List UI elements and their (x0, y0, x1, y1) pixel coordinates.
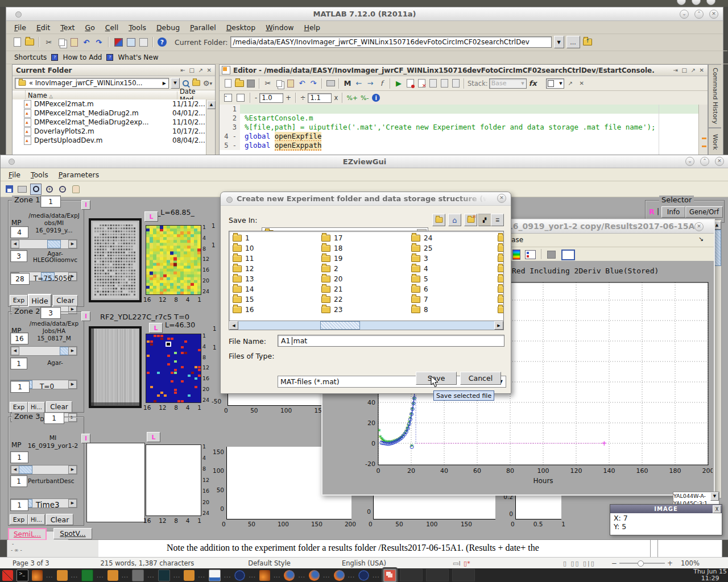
ezview-close-button[interactable]: ✕ (715, 157, 724, 166)
pan-hand-icon[interactable] (71, 184, 81, 194)
zone3-media-field[interactable]: 1 (10, 475, 27, 487)
zone2-plate-image[interactable] (89, 326, 142, 408)
matlab-menu-debug[interactable]: Debug (156, 23, 180, 32)
zone3-heatmap[interactable] (146, 444, 201, 516)
zone1-heatmap[interactable] (146, 225, 201, 295)
zone2-exp-button[interactable]: Exp (10, 402, 28, 413)
file-row[interactable]: DMPexcel2mat_MediaDrug2.m04/01/2... (13, 109, 206, 118)
stack-select[interactable]: Base▼ (489, 78, 527, 89)
folder-item-clipped[interactable] (498, 305, 504, 315)
zone1-hide-button[interactable]: Hide (28, 294, 52, 307)
folder-item[interactable]: 23 (321, 305, 407, 315)
copy-icon[interactable] (56, 37, 67, 47)
zone1-mp-slider[interactable]: ◀▶ (10, 239, 77, 249)
file-manager[interactable] (57, 570, 68, 581)
zoom-slider[interactable] (619, 563, 665, 564)
folder-item[interactable]: 12 (233, 264, 318, 274)
matlab[interactable] (32, 570, 43, 581)
folder-item[interactable]: 20 (321, 274, 407, 284)
zone2-clear-button[interactable]: Clear (46, 401, 72, 413)
dialog-close-button[interactable]: ✕ (497, 194, 506, 203)
step-icon[interactable] (450, 78, 461, 89)
figure-close-button[interactable]: ✕ (694, 222, 704, 231)
matlab-menu-file[interactable]: File (14, 23, 26, 32)
zone2-image-button[interactable]: I (81, 311, 90, 321)
overflow[interactable]: ... (147, 572, 155, 579)
code-line[interactable]: 4 -global openExpfile (220, 132, 699, 141)
writer-document[interactable]: Note the addition to the experiment fold… (98, 540, 722, 557)
folder-item-clipped[interactable] (498, 243, 504, 253)
brush-icon[interactable] (547, 251, 556, 259)
folder-item[interactable]: 2 (321, 264, 407, 274)
zone1-mp-field[interactable]: 4 (10, 226, 28, 238)
editor-scrollbar[interactable] (698, 105, 708, 155)
file-list-scrollbar[interactable]: ▲ (206, 99, 215, 155)
zone1-clear-button[interactable]: Clear (53, 295, 78, 306)
profiler-icon[interactable] (138, 37, 148, 47)
overflow[interactable]: ... (173, 572, 181, 579)
editor-header[interactable]: Editor - /media/data/EASY/InovImager_jwr… (220, 65, 708, 76)
ezview-menu-tools[interactable]: Tools (31, 171, 48, 179)
panel-restore-icon[interactable]: □ (189, 67, 195, 73)
fx-icon[interactable]: fx (528, 78, 538, 89)
scroll-up-icon[interactable]: ▲ (207, 101, 216, 109)
zone2-time-field[interactable]: 1 (10, 381, 30, 393)
zoom-in-icon[interactable]: + (44, 184, 55, 194)
list-view-button[interactable]: ☰ (491, 214, 504, 226)
matlab-menu-go[interactable]: Go (85, 23, 94, 32)
zone2-l-button[interactable]: L (149, 323, 163, 333)
zone3-l-button[interactable]: L (147, 432, 160, 442)
ezview-menu-parameters[interactable]: Parameters (59, 171, 100, 179)
up-folder-icon[interactable] (192, 78, 201, 88)
overflow[interactable]: ... (97, 572, 104, 579)
path-dropdown-button[interactable]: ▼ (554, 36, 564, 48)
matlab-window-menu-icon[interactable] (15, 11, 22, 18)
editor-dock-icon[interactable]: ⇥ (673, 67, 678, 73)
overflow[interactable]: ... (373, 572, 380, 579)
undo-icon[interactable]: ↶ (297, 78, 307, 89)
ezview-minimize-button[interactable]: ⌄ (685, 157, 694, 166)
matlab-menu-desktop[interactable]: Desktop (226, 23, 256, 32)
matlab-menu-edit[interactable]: Edit (36, 23, 50, 32)
matlab[interactable] (259, 570, 270, 581)
terminal[interactable]: >_ (16, 569, 28, 581)
zoom-in-button[interactable]: + (667, 559, 673, 567)
zone2-media-field[interactable]: 1 (10, 357, 27, 369)
search-icon[interactable] (181, 78, 190, 88)
ezview-menu-file[interactable]: File (9, 171, 20, 179)
redo-icon[interactable]: ↷ (94, 37, 104, 47)
save-figure-icon[interactable] (4, 184, 14, 194)
folder-item[interactable]: 15 (233, 294, 318, 305)
matlab-menu-cell[interactable]: Cell (105, 23, 118, 32)
code-line[interactable]: 3%[file,path] = uiputfile('.mat','Create… (220, 123, 699, 132)
document-modified-icon[interactable]: ▯* (462, 558, 472, 568)
page-indicator[interactable]: Page 3 of 3 (13, 559, 49, 567)
matlab-menu-help[interactable]: Help (304, 23, 321, 32)
print-icon[interactable] (325, 78, 336, 89)
value-field-1[interactable]: 1.0 (259, 93, 283, 103)
matlab-menu-parallel[interactable]: Parallel (190, 23, 216, 32)
uncomment-percent-icon[interactable]: %- (359, 93, 370, 103)
terminal[interactable] (158, 569, 170, 581)
folder-item[interactable]: 3 (411, 253, 497, 264)
zone1-index-field[interactable]: 1 (40, 196, 61, 207)
zone3-exp-button[interactable]: Exp (10, 514, 28, 525)
forward-icon[interactable]: → (365, 78, 375, 89)
divide-value-button[interactable]: ÷ (300, 94, 306, 102)
app[interactable] (358, 570, 369, 581)
overflow[interactable]: ... (46, 572, 53, 579)
zoom-slider-thumb[interactable] (638, 560, 644, 567)
zone3-mp-slider[interactable]: ◀▶ (10, 465, 77, 475)
hscroll-thumb[interactable] (320, 321, 360, 330)
taskbar-clock[interactable]: Thu Jun 1511:29 (693, 568, 728, 582)
guide-icon[interactable] (126, 37, 136, 47)
goto-function-icon[interactable]: f (377, 78, 387, 89)
print-icon[interactable] (17, 184, 27, 194)
zone3-clear-button[interactable]: Clear (46, 514, 73, 525)
tab-command-history[interactable]: Command History (708, 64, 721, 128)
actions-gear-icon[interactable]: ⚙▼ (202, 78, 213, 88)
shortcut-whats-new[interactable]: What's New (118, 53, 158, 61)
editor-undock-icon[interactable]: ↗ (691, 67, 696, 73)
folder-item[interactable]: 7 (411, 294, 497, 305)
file-row[interactable]: DMPexcel2mat_MediaDrug2exp...11/10/2... (13, 118, 206, 127)
